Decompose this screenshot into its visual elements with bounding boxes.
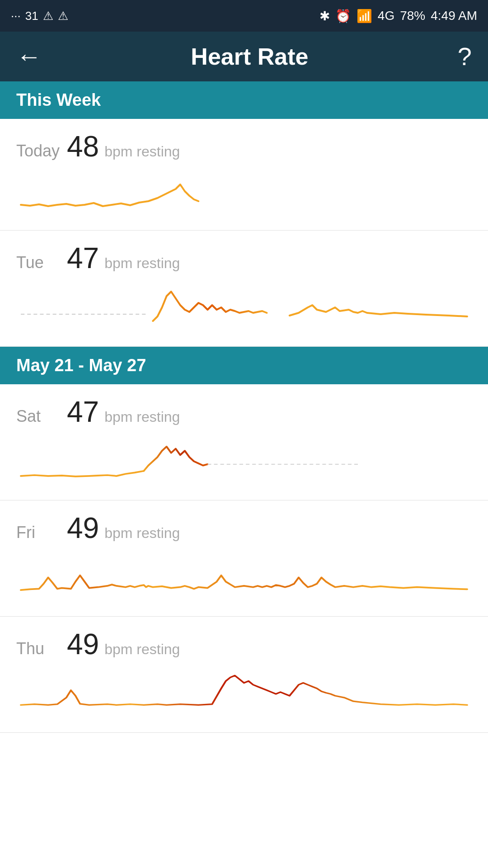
status-left: ··· 31 ⚠ ⚠ bbox=[11, 9, 68, 23]
calendar-icon: 31 bbox=[25, 9, 38, 23]
day-label-sat: Sat bbox=[16, 407, 61, 426]
page-title: Heart Rate bbox=[191, 43, 308, 70]
chart-sat bbox=[16, 434, 472, 493]
warning-icon-2: ⚠ bbox=[58, 9, 68, 23]
day-bpm-today: 48 bbox=[67, 130, 99, 163]
chart-tue bbox=[16, 280, 472, 339]
day-bpm-tue: 47 bbox=[67, 241, 99, 275]
chart-thu bbox=[16, 666, 472, 725]
chart-today bbox=[16, 169, 472, 223]
day-bpm-fri: 49 bbox=[67, 511, 99, 545]
section-header-this-week: This Week bbox=[0, 81, 488, 119]
day-bpm-label-fri: bpm resting bbox=[104, 525, 180, 542]
app-bar: ← Heart Rate ? bbox=[0, 32, 488, 81]
network-label: 4G bbox=[378, 9, 394, 23]
day-row-sat: Sat 47 bpm resting bbox=[0, 384, 488, 500]
day-bpm-label-tue: bpm resting bbox=[104, 255, 180, 272]
status-right: ✱ ⏰ 📶 4G 78% 4:49 AM bbox=[319, 9, 477, 24]
day-row-thu: Thu 49 bpm resting bbox=[0, 617, 488, 733]
day-bpm-sat: 47 bbox=[67, 395, 99, 429]
day-row-tue: Tue 47 bpm resting bbox=[0, 231, 488, 347]
day-bpm-label-today: bpm resting bbox=[104, 143, 180, 160]
help-button[interactable]: ? bbox=[458, 44, 472, 69]
day-row-fri: Fri 49 bpm resting bbox=[0, 500, 488, 617]
section-header-may: May 21 - May 27 bbox=[0, 347, 488, 384]
wifi-icon: 📶 bbox=[357, 9, 372, 24]
chart-fri bbox=[16, 550, 472, 609]
battery-label: 78% bbox=[400, 9, 425, 23]
time-label: 4:49 AM bbox=[431, 9, 477, 23]
warning-icon-1: ⚠ bbox=[43, 9, 53, 23]
back-button[interactable]: ← bbox=[16, 44, 42, 69]
day-bpm-thu: 49 bbox=[67, 627, 99, 661]
day-label-fri: Fri bbox=[16, 523, 61, 542]
notification-dots-icon: ··· bbox=[11, 9, 21, 23]
status-bar: ··· 31 ⚠ ⚠ ✱ ⏰ 📶 4G 78% 4:49 AM bbox=[0, 0, 488, 32]
day-label-tue: Tue bbox=[16, 253, 61, 272]
day-label-today: Today bbox=[16, 142, 61, 160]
day-bpm-label-thu: bpm resting bbox=[104, 641, 180, 658]
alarm-icon: ⏰ bbox=[335, 9, 351, 24]
day-label-thu: Thu bbox=[16, 639, 61, 658]
day-row-today: Today 48 bpm resting bbox=[0, 119, 488, 231]
bluetooth-icon: ✱ bbox=[319, 9, 330, 24]
day-bpm-label-sat: bpm resting bbox=[104, 409, 180, 425]
